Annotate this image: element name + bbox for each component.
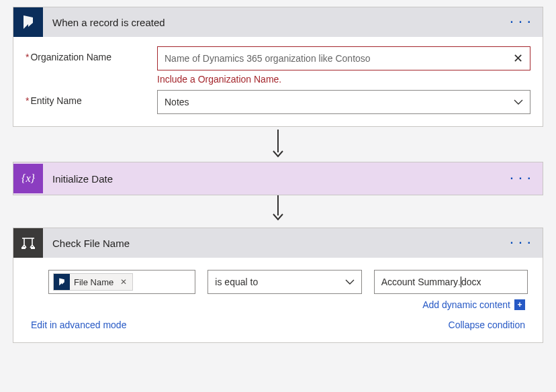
step-check-file-name: Check File Name · · · File Name ✕ is equ… xyxy=(13,228,543,343)
chevron-down-icon xyxy=(345,279,355,285)
file-name-token[interactable]: File Name ✕ xyxy=(53,273,133,291)
org-name-error: Include a Organization Name. xyxy=(157,74,530,85)
condition-left-input[interactable]: File Name ✕ xyxy=(48,270,195,294)
step2-header[interactable]: {x} Initialize Date · · · xyxy=(13,162,543,195)
step1-title: When a record is created xyxy=(52,17,498,28)
edit-advanced-mode-link[interactable]: Edit in advanced mode xyxy=(31,320,126,330)
dynamic-content-row: Add dynamic content + xyxy=(28,299,528,310)
org-name-control: Name of Dynamics 365 organization like C… xyxy=(157,46,530,85)
add-dynamic-content-link[interactable]: Add dynamic content xyxy=(422,299,510,310)
step2-title: Initialize Date xyxy=(52,173,498,185)
required-asterisk: * xyxy=(26,52,29,62)
value-text-before: Account Summary xyxy=(381,277,458,287)
condition-body: File Name ✕ is equal to Account Summary.… xyxy=(13,258,543,342)
flow-arrow-1 xyxy=(7,130,549,158)
clear-icon[interactable]: ✕ xyxy=(513,51,523,66)
dynamics-icon xyxy=(13,7,43,37)
variable-icon: {x} xyxy=(13,164,43,193)
step-initialize-date: {x} Initialize Date · · · xyxy=(13,162,543,195)
condition-icon xyxy=(13,228,43,258)
step3-menu-button[interactable]: · · · xyxy=(508,237,535,249)
entity-name-label: *Entity Name xyxy=(26,90,146,106)
step1-header[interactable]: When a record is created · · · xyxy=(13,7,543,37)
entity-name-value: Notes xyxy=(165,97,189,107)
token-remove-icon[interactable]: ✕ xyxy=(120,277,127,287)
value-text-after: docx xyxy=(461,277,481,287)
step2-menu-button[interactable]: · · · xyxy=(508,173,535,185)
operator-value: is equal to xyxy=(215,277,258,287)
svg-rect-4 xyxy=(31,247,35,249)
required-asterisk: * xyxy=(26,95,29,106)
org-name-label: *Organization Name xyxy=(26,46,146,62)
condition-operator-select[interactable]: is equal to xyxy=(207,270,361,294)
entity-name-select[interactable]: Notes xyxy=(157,90,530,114)
svg-rect-3 xyxy=(21,247,26,249)
step3-title: Check File Name xyxy=(52,238,498,249)
condition-value-input[interactable]: Account Summary.docx xyxy=(374,270,528,294)
condition-footer-links: Edit in advanced mode Collapse condition xyxy=(28,320,528,330)
entity-name-field-row: *Entity Name Notes xyxy=(26,90,530,114)
token-label: File Name xyxy=(74,277,113,287)
entity-name-control: Notes xyxy=(157,90,530,114)
step3-header[interactable]: Check File Name · · · xyxy=(13,228,543,258)
flow-arrow-2 xyxy=(7,195,549,221)
step1-body: *Organization Name Name of Dynamics 365 … xyxy=(13,37,543,126)
org-name-placeholder: Name of Dynamics 365 organization like C… xyxy=(165,53,371,64)
collapse-condition-link[interactable]: Collapse condition xyxy=(449,320,525,330)
step-when-record-created: When a record is created · · · *Organiza… xyxy=(13,7,543,127)
step1-menu-button[interactable]: · · · xyxy=(508,16,535,28)
chevron-down-icon xyxy=(514,99,523,105)
condition-row: File Name ✕ is equal to Account Summary.… xyxy=(28,270,528,294)
org-name-field-row: *Organization Name Name of Dynamics 365 … xyxy=(26,46,530,85)
org-name-input[interactable]: Name of Dynamics 365 organization like C… xyxy=(157,46,530,70)
dynamics-icon xyxy=(54,274,70,290)
plus-icon[interactable]: + xyxy=(514,299,525,310)
